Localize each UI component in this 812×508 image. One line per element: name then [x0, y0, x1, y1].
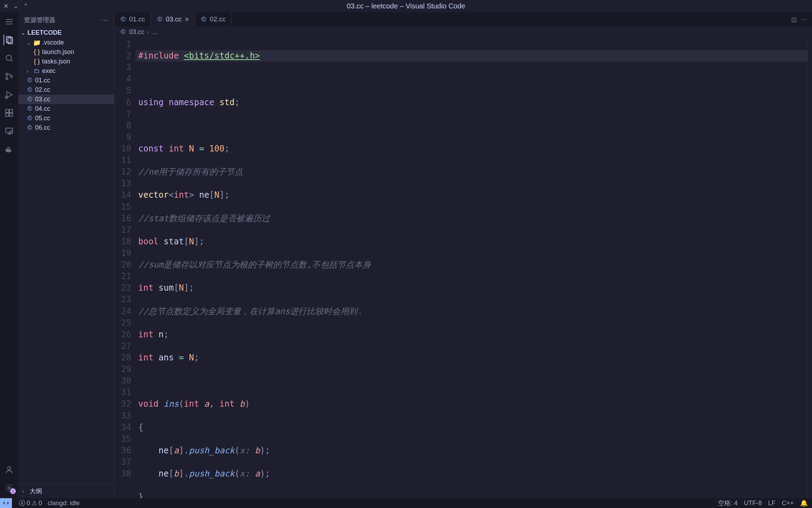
tab-label: 03.cc — [166, 15, 181, 23]
tab-02[interactable]: ©02.cc — [195, 12, 232, 26]
svg-rect-13 — [9, 109, 13, 113]
account-icon[interactable] — [4, 465, 14, 475]
svg-rect-18 — [6, 149, 7, 150]
statusbar: ⓧ0 ⚠0 clangd: idle 空格: 4 UTF-8 LF C++ 🔔 — [0, 498, 812, 508]
tree-file-04[interactable]: ©04.cc — [18, 104, 114, 114]
cpp-icon: © — [120, 16, 126, 22]
cpp-icon: © — [201, 16, 207, 22]
cpp-icon: © — [120, 29, 126, 35]
minimap[interactable] — [807, 38, 812, 498]
tree-label: 05.cc — [35, 115, 50, 122]
tree-file-02[interactable]: ©02.cc — [18, 85, 114, 95]
code-editor[interactable]: 1234567891011121314151617181920212223242… — [114, 38, 812, 498]
svg-point-8 — [6, 78, 8, 80]
tree-file-06[interactable]: ©06.cc — [18, 123, 114, 133]
error-icon: ⓧ — [19, 499, 25, 507]
svg-rect-16 — [6, 128, 13, 133]
warnings-count: 0 — [39, 500, 42, 507]
menu-icon[interactable] — [4, 16, 14, 27]
cpp-icon: © — [27, 77, 33, 84]
tab-01[interactable]: ©01.cc — [114, 12, 151, 26]
update-badge: 1 — [10, 488, 16, 494]
problems-indicator[interactable]: ⓧ0 ⚠0 — [19, 499, 42, 507]
svg-line-6 — [11, 60, 12, 61]
tree-label: exec — [42, 67, 55, 75]
tab-03[interactable]: ©03.cc✕ — [151, 12, 195, 26]
breadcrumb-separator: › — [147, 28, 149, 36]
tree-file-tasks[interactable]: { } tasks.json — [18, 57, 114, 66]
encoding[interactable]: UTF-8 — [744, 500, 762, 507]
chevron-right-icon: › — [22, 488, 27, 494]
tree-file-05[interactable]: ©05.cc — [18, 114, 114, 123]
activity-bar: 1 — [0, 12, 18, 498]
close-icon[interactable]: ✕ — [4, 2, 8, 10]
outline-label: 大纲 — [29, 487, 42, 495]
indentation[interactable]: 空格: 4 — [718, 499, 738, 507]
tree-label: launch.json — [42, 48, 74, 56]
tree-file-01[interactable]: ©01.cc — [18, 76, 114, 85]
cpp-icon: © — [27, 115, 33, 122]
tree-file-03[interactable]: ©03.cc — [18, 95, 114, 104]
chevron-up-icon[interactable]: ⌃ — [23, 2, 28, 10]
split-editor-icon[interactable]: ◫ — [791, 16, 797, 23]
tree-label: 02.cc — [35, 86, 50, 94]
sidebar: 资源管理器 ⋯ ⌄ LEETCODE ⌄ 📁 .vscode { } launc… — [18, 12, 114, 498]
sidebar-more-icon[interactable]: ⋯ — [101, 16, 108, 24]
chevron-down-icon: ⌄ — [21, 30, 26, 36]
tabs: ©01.cc ©03.cc✕ ©02.cc ◫ ⋯ — [114, 12, 812, 26]
language-mode[interactable]: C++ — [782, 500, 794, 507]
breadcrumb-more: … — [152, 28, 158, 36]
editor-area: ©01.cc ©03.cc✕ ©02.cc ◫ ⋯ © 03.cc › … 12… — [114, 12, 812, 498]
chevron-down-icon: ⌄ — [27, 40, 32, 46]
eol[interactable]: LF — [768, 500, 776, 507]
warning-icon: ⚠ — [32, 499, 37, 507]
run-debug-icon[interactable] — [4, 89, 14, 100]
outline-header[interactable]: › 大纲 — [18, 484, 114, 498]
breadcrumb[interactable]: © 03.cc › … — [114, 26, 812, 38]
docker-icon[interactable] — [4, 144, 14, 155]
cpp-icon: © — [27, 125, 33, 131]
workspace-header[interactable]: ⌄ LEETCODE — [18, 28, 114, 38]
settings-gear-icon[interactable]: 1 — [4, 483, 14, 493]
file-tree: ⌄ 📁 .vscode { } launch.json { } tasks.js… — [18, 38, 114, 133]
json-icon: { } — [34, 49, 40, 55]
svg-rect-14 — [6, 113, 9, 116]
svg-rect-21 — [7, 147, 8, 148]
window-controls: ✕ ⌄ ⌃ — [4, 2, 28, 10]
svg-point-24 — [8, 487, 11, 489]
titlebar: ✕ ⌄ ⌃ 03.cc – leetcode – Visual Studio C… — [0, 0, 812, 12]
tree-label: 01.cc — [35, 77, 50, 84]
extensions-icon[interactable] — [4, 108, 14, 118]
tree-file-launch[interactable]: { } launch.json — [18, 47, 114, 57]
cpp-icon: © — [27, 106, 33, 112]
svg-rect-22 — [9, 147, 10, 148]
sidebar-title: 资源管理器 ⋯ — [18, 12, 114, 28]
workspace-label: LEETCODE — [27, 29, 62, 36]
cpp-icon: © — [157, 16, 163, 22]
svg-point-7 — [6, 73, 8, 75]
breadcrumb-file: 03.cc — [129, 28, 144, 36]
more-icon[interactable]: ⋯ — [801, 16, 807, 23]
code-content[interactable]: #include <bits/stdc++.h> using namespace… — [135, 38, 807, 498]
window-title: 03.cc – leetcode – Visual Studio Code — [347, 2, 465, 10]
svg-point-9 — [11, 75, 12, 77]
svg-rect-19 — [7, 149, 8, 150]
explorer-icon[interactable] — [4, 35, 14, 45]
search-icon[interactable] — [4, 53, 14, 63]
cpp-icon: © — [27, 87, 33, 93]
errors-count: 0 — [27, 500, 30, 507]
clangd-status[interactable]: clangd: idle — [48, 500, 80, 507]
svg-point-23 — [8, 467, 11, 470]
tree-label: 04.cc — [35, 105, 50, 113]
vscode-folder-icon: 📁 — [34, 40, 40, 46]
close-icon[interactable]: ✕ — [185, 16, 189, 23]
source-control-icon[interactable] — [4, 71, 14, 82]
json-icon: { } — [34, 59, 40, 65]
notifications-icon[interactable]: 🔔 — [800, 499, 808, 507]
remote-indicator[interactable] — [0, 498, 12, 508]
chevron-down-icon[interactable]: ⌄ — [13, 2, 18, 10]
cpp-icon: © — [27, 96, 33, 103]
tree-folder-exec[interactable]: › 🗀 exec — [18, 66, 114, 76]
tree-folder-vscode[interactable]: ⌄ 📁 .vscode — [18, 38, 114, 47]
remote-icon[interactable] — [4, 126, 14, 136]
